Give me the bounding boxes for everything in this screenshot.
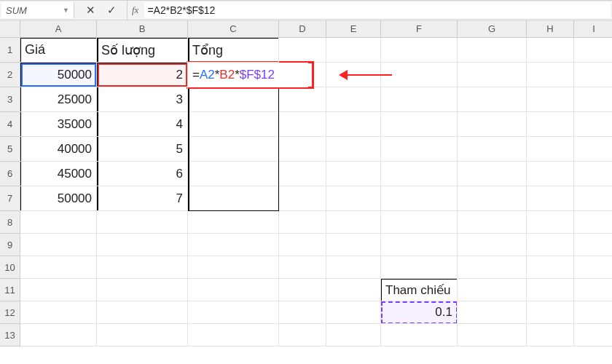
cell[interactable] bbox=[381, 162, 458, 186]
cell[interactable] bbox=[458, 137, 527, 162]
cell-a7[interactable]: 50000 bbox=[20, 186, 97, 211]
cell[interactable] bbox=[20, 211, 97, 234]
cell[interactable] bbox=[458, 279, 527, 301]
cell[interactable] bbox=[381, 87, 458, 112]
cell[interactable] bbox=[527, 256, 574, 279]
cell[interactable] bbox=[279, 137, 326, 162]
row-head-13[interactable]: 13 bbox=[0, 324, 20, 347]
name-box[interactable]: SUM ▼ bbox=[1, 2, 74, 18]
cell[interactable] bbox=[326, 279, 381, 301]
col-head-e[interactable]: E bbox=[326, 20, 381, 38]
cell[interactable] bbox=[527, 87, 574, 112]
cell[interactable] bbox=[326, 256, 381, 279]
cell-a6[interactable]: 45000 bbox=[20, 162, 97, 186]
cell[interactable] bbox=[527, 186, 574, 211]
cell[interactable] bbox=[527, 162, 574, 186]
cell-a4[interactable]: 35000 bbox=[20, 112, 97, 137]
cell[interactable] bbox=[458, 324, 527, 347]
cell[interactable] bbox=[574, 324, 612, 347]
cell[interactable] bbox=[326, 324, 381, 347]
cell-b5[interactable]: 5 bbox=[97, 137, 188, 162]
cell[interactable] bbox=[20, 256, 97, 279]
cell[interactable] bbox=[527, 211, 574, 234]
cell[interactable] bbox=[574, 279, 612, 301]
cell[interactable] bbox=[574, 301, 612, 324]
cell[interactable] bbox=[188, 234, 279, 256]
cell[interactable] bbox=[527, 234, 574, 256]
cell[interactable] bbox=[458, 87, 527, 112]
formula-input[interactable]: =A2*B2*$F$12 bbox=[144, 2, 611, 18]
row-head-8[interactable]: 8 bbox=[0, 211, 20, 234]
confirm-icon[interactable]: ✓ bbox=[107, 4, 117, 17]
cell[interactable] bbox=[326, 162, 381, 186]
cell-a2[interactable]: 50000 bbox=[20, 63, 97, 87]
cell[interactable] bbox=[188, 186, 279, 211]
row-head-2[interactable]: 2 bbox=[0, 63, 20, 87]
cell[interactable] bbox=[326, 137, 381, 162]
cell[interactable] bbox=[574, 87, 612, 112]
cell[interactable] bbox=[527, 301, 574, 324]
cell[interactable] bbox=[458, 301, 527, 324]
cell-b7[interactable]: 7 bbox=[97, 186, 188, 211]
col-head-g[interactable]: G bbox=[458, 20, 527, 38]
row-head-11[interactable]: 11 bbox=[0, 279, 20, 301]
cell[interactable] bbox=[574, 137, 612, 162]
cell[interactable] bbox=[458, 256, 527, 279]
grid[interactable]: =A2*B2*$F$12 GiáSố lượngTổng500002250003… bbox=[20, 38, 612, 364]
cell[interactable] bbox=[458, 112, 527, 137]
cell[interactable] bbox=[381, 38, 458, 63]
cell[interactable] bbox=[188, 279, 279, 301]
col-head-d[interactable]: D bbox=[279, 20, 326, 38]
cell[interactable] bbox=[279, 234, 326, 256]
row-head-1[interactable]: 1 bbox=[0, 38, 20, 63]
col-head-f[interactable]: F bbox=[381, 20, 458, 38]
cell[interactable] bbox=[20, 279, 97, 301]
cell[interactable] bbox=[20, 324, 97, 347]
cell[interactable] bbox=[381, 234, 458, 256]
cell-b3[interactable]: 3 bbox=[97, 87, 188, 112]
cell[interactable] bbox=[188, 112, 279, 137]
cell[interactable] bbox=[381, 324, 458, 347]
row-head-7[interactable]: 7 bbox=[0, 186, 20, 211]
cell[interactable] bbox=[458, 234, 527, 256]
cell[interactable] bbox=[527, 324, 574, 347]
row-head-5[interactable]: 5 bbox=[0, 137, 20, 162]
cell[interactable] bbox=[527, 63, 574, 87]
cell[interactable] bbox=[279, 162, 326, 186]
cell[interactable] bbox=[574, 112, 612, 137]
cell[interactable] bbox=[574, 186, 612, 211]
cell-f12[interactable]: 0.1 bbox=[381, 301, 458, 324]
cell[interactable] bbox=[279, 186, 326, 211]
cell[interactable] bbox=[279, 87, 326, 112]
cell[interactable] bbox=[458, 63, 527, 87]
cell-b6[interactable]: 6 bbox=[97, 162, 188, 186]
cancel-icon[interactable]: ✕ bbox=[86, 4, 95, 17]
fx-icon[interactable]: fx bbox=[128, 1, 144, 20]
select-all-corner[interactable] bbox=[0, 20, 20, 38]
cell[interactable] bbox=[279, 38, 326, 63]
cell[interactable] bbox=[527, 112, 574, 137]
cell-a1[interactable]: Giá bbox=[20, 38, 97, 63]
cell[interactable] bbox=[381, 63, 458, 87]
cell[interactable] bbox=[381, 211, 458, 234]
cell[interactable] bbox=[574, 63, 612, 87]
cell[interactable] bbox=[326, 234, 381, 256]
cell[interactable] bbox=[326, 87, 381, 112]
cell[interactable] bbox=[188, 87, 279, 112]
row-head-9[interactable]: 9 bbox=[0, 234, 20, 256]
cell[interactable] bbox=[279, 256, 326, 279]
cell[interactable] bbox=[574, 162, 612, 186]
col-head-b[interactable]: B bbox=[97, 20, 188, 38]
cell[interactable] bbox=[574, 38, 612, 63]
cell[interactable] bbox=[326, 301, 381, 324]
row-head-10[interactable]: 10 bbox=[0, 256, 20, 279]
cell[interactable] bbox=[279, 112, 326, 137]
col-head-i[interactable]: I bbox=[574, 20, 612, 38]
cell[interactable] bbox=[188, 324, 279, 347]
row-head-6[interactable]: 6 bbox=[0, 162, 20, 186]
cell-a3[interactable]: 25000 bbox=[20, 87, 97, 112]
cell[interactable] bbox=[527, 38, 574, 63]
cell[interactable] bbox=[527, 137, 574, 162]
col-head-a[interactable]: A bbox=[20, 20, 97, 38]
col-head-c[interactable]: C bbox=[188, 20, 279, 38]
